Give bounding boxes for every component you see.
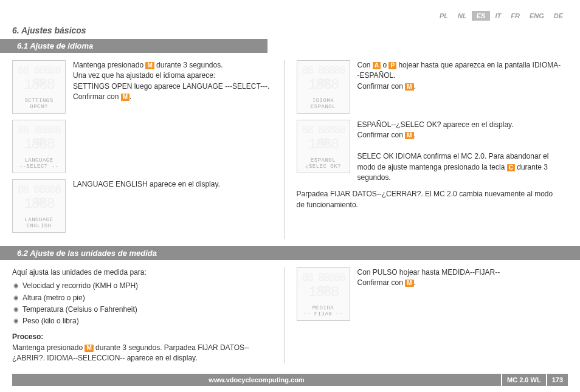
lcd-thumb-lang-select: 88 88888 881888 LANGUAGE --SELECT --: [12, 120, 66, 173]
heading-6-1: 6.1 Ajuste de idioma: [0, 39, 268, 53]
col-left: Aquí ajusta las unidades de medida para:…: [12, 267, 284, 363]
m-button-icon: M: [145, 62, 154, 69]
text: Mantenga presionado: [73, 61, 145, 69]
m-button-icon: M: [121, 94, 129, 101]
lang-fr[interactable]: FR: [506, 11, 525, 21]
list-item: Velocidad y recorrido (KMH o MPH): [13, 280, 278, 292]
text: Confirmar con: [73, 92, 121, 101]
col-right: 88 88888 881888 MEDIDA -- FIJAR -- Con P…: [284, 267, 568, 363]
list-item: Temperatura (Celsius o Fahrenheit): [13, 304, 278, 315]
lcd-thumb-settings: 88 88888 881888 SETTINGS OPEN?: [12, 60, 66, 114]
lcd-thumb-espanol-ok: 88 88888 881888 ESPANOL ¿SELEC OK?: [297, 120, 350, 173]
text: Confirmar con: [357, 82, 406, 91]
list-item: Peso (kilo o libra): [13, 315, 278, 327]
text: Una vez que ha ajustado el idioma aparec…: [73, 71, 215, 80]
bullet-list: Velocidad y recorrido (KMH o MPH) Altura…: [12, 280, 278, 327]
m-button-icon: M: [85, 345, 93, 352]
section-6-1-body: 88 88888 881888 SETTINGS OPEN? Mantenga …: [12, 53, 568, 246]
lang-de[interactable]: DE: [549, 11, 568, 21]
text: o: [381, 61, 388, 69]
lcd-thumb-medida: 88 88888 881888 MEDIDA -- FIJAR --: [297, 267, 350, 321]
footer: www.vdocyclecomputing.com MC 2.0 WL 173: [12, 374, 568, 386]
text: .: [414, 131, 416, 139]
text-block: Mantenga presionado M durante 3 segundos…: [73, 60, 269, 114]
m-button-icon: M: [405, 280, 413, 287]
text-block: Con A o P hojear hasta que aparezca en l…: [357, 60, 562, 114]
text: .: [129, 92, 131, 101]
text: ESPAÑOL--¿SELEC OK? aparece en el displa…: [357, 120, 514, 129]
m-button-icon: M: [405, 83, 413, 91]
lcd-thumb-lang-english: 88 88888 881888 LANGUAGE ENGLISH: [12, 179, 66, 233]
col-left: 88 88888 881888 SETTINGS OPEN? Mantenga …: [12, 60, 284, 239]
text: Mantenga presionado: [12, 343, 85, 352]
text: Confirmar con: [357, 278, 406, 287]
text: Con: [357, 61, 373, 69]
text-block: Con PULSO hojear hasta MEDIDA--FIJAR-- C…: [357, 267, 500, 321]
list-item: Altura (metro o pie): [13, 292, 278, 304]
section-title: 6. Ajustes básicos: [12, 24, 568, 39]
text: LANGUAGE ENGLISH aparece en el display.: [73, 180, 220, 188]
text: .: [414, 278, 416, 287]
lang-it[interactable]: IT: [490, 11, 506, 21]
footer-model: MC 2.0 WL: [501, 374, 547, 386]
p-button-icon: P: [388, 62, 396, 69]
text-block: ESPAÑOL--¿SELEC OK? aparece en el displa…: [357, 120, 562, 183]
text: Confirmar con: [357, 131, 406, 139]
col-right: 88 88888 881888 IDIOMA ESPANOL Con A o P…: [284, 60, 568, 239]
text: .: [414, 82, 416, 91]
a-button-icon: A: [373, 62, 381, 69]
footer-url: www.vdocyclecomputing.com: [12, 376, 501, 383]
proceso-label: Proceso:: [12, 332, 278, 342]
intro-text: Aquí ajusta las unidades de medida para:: [12, 267, 278, 278]
text-block: Parpadea FIJAR DATOS--¿CERRAR?. El MC 2.…: [297, 189, 562, 210]
text-block: LANGUAGE ENGLISH aparece en el display.: [73, 179, 220, 233]
language-bar: PL NL ES IT FR ENG DE: [12, 11, 568, 21]
lang-es[interactable]: ES: [472, 11, 491, 21]
section-6-2-body: Aquí ajusta las unidades de medida para:…: [12, 260, 568, 371]
heading-6-2: 6.2 Ajuste de las unidades de medida: [0, 246, 580, 260]
footer-page: 173: [547, 376, 568, 383]
lang-nl[interactable]: NL: [453, 11, 472, 21]
lang-eng[interactable]: ENG: [525, 11, 549, 21]
lang-pl[interactable]: PL: [435, 11, 453, 21]
text: SETTINGS OPEN luego aparece LANGUAGE ---…: [73, 82, 269, 91]
m-button-icon: M: [405, 132, 413, 139]
text: durante 3 segundos.: [154, 61, 223, 69]
lcd-thumb-idioma: 88 88888 881888 IDIOMA ESPANOL: [297, 60, 350, 114]
text: Con PULSO hojear hasta MEDIDA--FIJAR--: [357, 268, 500, 277]
c-button-icon: C: [507, 164, 515, 171]
text-block: Mantenga presionado M durante 3 segundos…: [12, 343, 278, 364]
